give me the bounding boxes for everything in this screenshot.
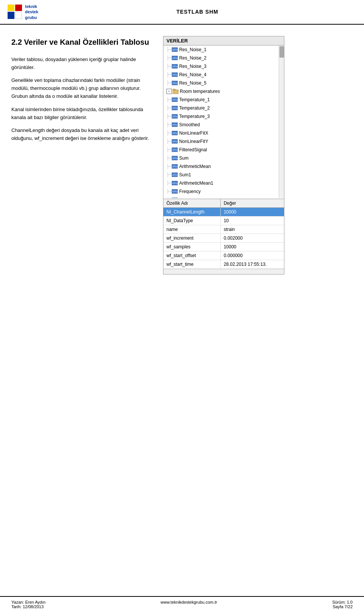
- table-row[interactable]: NI_ChannelLength10000: [163, 207, 284, 216]
- section-title: 2.2 Veriler ve Kanal Özellikleri Tablosu: [11, 36, 152, 48]
- footer-website: www.teknikdestekgrubu.com.tr: [161, 600, 217, 604]
- tree-item[interactable]: ├─ NonLinearFitX: [163, 129, 284, 137]
- tree-item[interactable]: ├─ Sum1: [163, 171, 284, 179]
- tree-item[interactable]: ├─ Res_Noise_5: [163, 79, 284, 87]
- tree-item-label: AmplitudePeak: [179, 197, 210, 198]
- footer-date: Tarih: 12/08/2013: [11, 604, 46, 609]
- property-name: wf_start_offset: [163, 251, 220, 260]
- tree-panel[interactable]: VERİLER ├─ Res_Noise_1├─ Res_Noise_2├─ R…: [163, 36, 284, 199]
- panel-wrapper: VERİLER ├─ Res_Noise_1├─ Res_Noise_2├─ R…: [163, 36, 353, 275]
- tree-item[interactable]: ├─ Frequency: [163, 187, 284, 196]
- right-panel: VERİLER ├─ Res_Noise_1├─ Res_Noise_2├─ R…: [163, 36, 353, 396]
- property-value: strain: [220, 225, 284, 234]
- tree-item-label: Res_Noise_1: [179, 47, 206, 52]
- tree-item[interactable]: − Room temperatures: [163, 87, 284, 96]
- tree-item-label: Smoothed: [179, 122, 200, 127]
- property-value: 10: [220, 216, 284, 225]
- tree-item[interactable]: ├─ Res_Noise_2: [163, 54, 284, 62]
- tree-item-label: Room temperatures: [180, 89, 220, 94]
- main-content: 2.2 Veriler ve Kanal Özellikleri Tablosu…: [0, 25, 364, 404]
- footer: Yazan: Eren Aydın Tarih: 12/08/2013 www.…: [0, 596, 364, 612]
- tree-item-label: Sum: [179, 155, 188, 161]
- table-row[interactable]: wf_increment0.002000: [163, 234, 284, 242]
- tree-item[interactable]: ├─ ArithmeticMean: [163, 162, 284, 171]
- svg-rect-19: [172, 198, 177, 198]
- tree-item-label: NonLinearFitX: [179, 130, 208, 136]
- table-row[interactable]: namestrain: [163, 225, 284, 234]
- tree-item[interactable]: ├─ Temperature_1: [163, 96, 284, 104]
- col-value: Değer: [220, 199, 284, 208]
- tree-item-label: NonLinearFitY: [179, 139, 208, 144]
- footer-page: Sayfa 7/22: [332, 604, 353, 609]
- property-name: wf_increment: [163, 234, 220, 242]
- tree-item[interactable]: ├─ AmplitudePeak: [163, 196, 284, 198]
- footer-version: Sürüm: 1.0: [332, 600, 353, 604]
- expand-icon[interactable]: −: [166, 89, 172, 94]
- properties-table: Özellik Adı Değer NI_ChannelLength10000N…: [163, 199, 284, 269]
- table-row[interactable]: wf_start_offset0.000000: [163, 251, 284, 260]
- footer-author: Yazan: Eren Aydın: [11, 600, 46, 604]
- tree-item[interactable]: ├─ Temperature_3: [163, 112, 284, 121]
- property-value: 10000: [220, 242, 284, 251]
- property-value: 0.000000: [220, 251, 284, 260]
- tree-item-label: Res_Noise_4: [179, 72, 206, 77]
- tree-panel-header: VERİLER: [163, 36, 284, 46]
- tree-item[interactable]: ├─ Smoothed: [163, 121, 284, 129]
- tree-item-label: Temperature_2: [179, 105, 210, 111]
- tree-item[interactable]: ├─ Res_Noise_1: [163, 46, 284, 54]
- header-title: TESTLAB SHM: [38, 9, 356, 15]
- table-row[interactable]: wf_start_time28.02.2013 17:55:13.: [163, 260, 284, 268]
- svg-rect-6: [173, 89, 175, 90]
- properties-panel[interactable]: Özellik Adı Değer NI_ChannelLength10000N…: [163, 199, 284, 275]
- logo-square-yellow: [8, 5, 14, 11]
- logo-area: teknikdestekgrubu: [8, 4, 38, 20]
- tree-scrollbar[interactable]: [279, 46, 284, 198]
- col-property: Özellik Adı: [163, 199, 220, 208]
- logo-square-blue: [8, 12, 14, 19]
- footer-center: www.teknikdestekgrubu.com.tr: [161, 600, 217, 609]
- tree-item-label: Frequency: [179, 189, 201, 194]
- property-value: 0.002000: [220, 234, 284, 242]
- tree-item[interactable]: ├─ Res_Noise_3: [163, 62, 284, 71]
- paragraph-4: ChannelLength değeri dosyada bu kanala a…: [11, 127, 152, 143]
- table-row[interactable]: wf_samples10000: [163, 242, 284, 251]
- paragraph-1: Veriler tablosu, dosyadan yüklenen içeri…: [11, 56, 152, 72]
- tree-item[interactable]: ├─ Res_Noise_4: [163, 71, 284, 79]
- logo-squares: [8, 5, 22, 19]
- tree-body[interactable]: ├─ Res_Noise_1├─ Res_Noise_2├─ Res_Noise…: [163, 46, 284, 198]
- tree-item-label: Res_Noise_5: [179, 80, 206, 86]
- table-row[interactable]: NI_DataType10: [163, 216, 284, 225]
- logo-text: teknikdestekgrubu: [25, 4, 38, 20]
- tree-item[interactable]: ├─ FilteredSignal: [163, 146, 284, 154]
- tree-scrollbar-thumb[interactable]: [279, 46, 284, 58]
- header: teknikdestekgrubu TESTLAB SHM: [0, 0, 364, 25]
- tree-item[interactable]: ├─ NonLinearFitY: [163, 137, 284, 146]
- logo-square-white: [15, 12, 22, 19]
- property-value: 28.02.2013 17:55:13.: [220, 260, 284, 268]
- props-scrollbar[interactable]: [163, 269, 284, 274]
- tree-item-label: Res_Noise_2: [179, 55, 206, 61]
- paragraph-2: Genellikle veri toplama cihazlarındaki f…: [11, 77, 152, 100]
- footer-right: Sürüm: 1.0 Sayfa 7/22: [332, 600, 353, 609]
- logo-square-red: [15, 5, 22, 11]
- tree-item-label: FilteredSignal: [179, 147, 207, 152]
- text-column: 2.2 Veriler ve Kanal Özellikleri Tablosu…: [11, 36, 152, 396]
- property-name: NI_DataType: [163, 216, 220, 225]
- tree-item-label: Res_Noise_3: [179, 64, 206, 69]
- paragraph-3: Kanal isimlerinden birine tıkladığınızda…: [11, 106, 152, 122]
- tree-item[interactable]: ├─ ArithmeticMean1: [163, 179, 284, 187]
- tree-item-label: ArithmeticMean1: [179, 180, 213, 186]
- footer-left: Yazan: Eren Aydın Tarih: 12/08/2013: [11, 600, 46, 609]
- tree-item[interactable]: ├─ Sum: [163, 154, 284, 162]
- property-name: wf_start_time: [163, 260, 220, 268]
- tree-item-label: Temperature_3: [179, 114, 210, 119]
- tree-item-label: Temperature_1: [179, 97, 210, 102]
- tree-item[interactable]: ├─ Temperature_2: [163, 104, 284, 112]
- property-value: 10000: [220, 207, 284, 216]
- property-name: name: [163, 225, 220, 234]
- property-name: NI_ChannelLength: [163, 207, 220, 216]
- property-name: wf_samples: [163, 242, 220, 251]
- tree-item-label: Sum1: [179, 172, 191, 177]
- tree-item-label: ArithmeticMean: [179, 164, 210, 169]
